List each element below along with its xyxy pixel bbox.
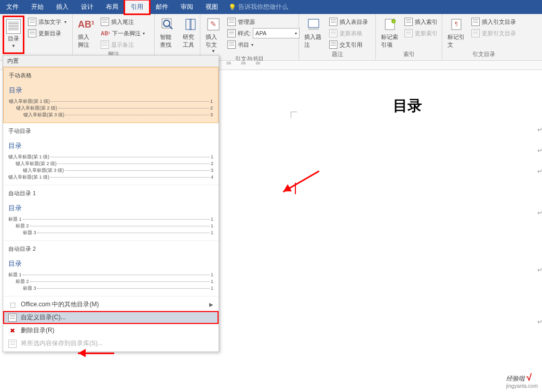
- show-notes-icon: [101, 40, 109, 49]
- tab-review[interactable]: 审阅: [174, 0, 199, 14]
- tell-me[interactable]: 💡 告诉我你想做什么: [224, 0, 288, 14]
- bibliography-button[interactable]: 书目▾: [225, 39, 302, 50]
- tab-design[interactable]: 设计: [75, 0, 100, 14]
- manage-icon: [227, 18, 236, 26]
- update-toa-button[interactable]: 更新引文目录: [469, 28, 518, 39]
- tab-references[interactable]: 引用: [125, 0, 150, 14]
- paragraph: [273, 126, 542, 147]
- style-icon: [227, 29, 236, 37]
- svg-text:✎: ✎: [210, 20, 216, 28]
- document-area[interactable]: 目录: [221, 70, 542, 392]
- update-index-button[interactable]: 更新索引: [402, 28, 440, 39]
- page-title: 目录: [273, 96, 542, 116]
- update-index-icon: [404, 29, 413, 37]
- update-icon: [28, 29, 36, 37]
- tof-icon: [329, 18, 337, 26]
- save-selection-toc[interactable]: 将所选内容保存到目录库(S)...: [3, 337, 219, 350]
- insert-index-button[interactable]: 插入索引: [402, 16, 440, 28]
- next-fn-icon: AB¹: [101, 31, 110, 36]
- paragraph: [273, 147, 542, 168]
- office-icon: ⬚: [8, 301, 17, 309]
- custom-toc[interactable]: 自定义目录(C)...: [3, 311, 219, 324]
- manage-sources-button[interactable]: 管理源: [225, 16, 302, 28]
- smart-lookup-icon: [160, 17, 175, 32]
- cross-ref-button[interactable]: 交叉引用: [327, 39, 370, 50]
- mark-index-icon: +: [382, 17, 398, 32]
- ribbon-tabs: 文件 开始 插入 设计 布局 引用 邮件 审阅 视图 💡 告诉我你想做什么: [0, 0, 542, 14]
- paragraph: [273, 318, 542, 370]
- show-notes-button[interactable]: 显示备注: [99, 39, 147, 50]
- annotation-arrow: [78, 353, 114, 354]
- add-text-button[interactable]: 添加文字▾: [26, 16, 69, 28]
- mark-citation-button[interactable]: ¶标记引文: [444, 15, 468, 50]
- toc-option-auto2[interactable]: 自动目录 2 目录 标题 11 标题 21 标题 31: [3, 241, 219, 296]
- crossref-icon: [329, 40, 337, 49]
- toc-option-manual-table[interactable]: 手动表格 目录 键入章标题(第 1 级)1 键入章标题(第 2 级)2 键入章标…: [3, 67, 219, 123]
- more-office-toc[interactable]: ⬚ Office.com 中的其他目录(M) ▶: [3, 298, 219, 311]
- toc-option-auto1[interactable]: 自动目录 1 目录 标题 11 标题 21 标题 31: [3, 185, 219, 241]
- tab-file[interactable]: 文件: [0, 0, 25, 14]
- endnote-icon: [101, 18, 109, 26]
- insert-footnote-button[interactable]: AB¹ 插入脚注: [75, 15, 98, 50]
- insert-caption-button[interactable]: 插入题注: [301, 15, 326, 50]
- tab-mailings[interactable]: 邮件: [150, 0, 174, 14]
- svg-rect-7: [308, 19, 319, 28]
- page: 目录: [252, 80, 542, 386]
- tab-layout[interactable]: 布局: [100, 0, 125, 14]
- insert-toa-button[interactable]: 插入引文目录: [469, 16, 518, 28]
- svg-line-2: [169, 25, 172, 29]
- mark-cite-icon: ¶: [449, 17, 464, 32]
- citation-icon: ✎: [206, 17, 221, 32]
- remove-icon: ✖: [8, 327, 17, 335]
- research-tools-button[interactable]: 研究工具: [180, 15, 201, 59]
- mark-index-button[interactable]: +标记索引项: [378, 15, 401, 50]
- insert-citation-button[interactable]: ✎插入引文▼: [202, 15, 224, 55]
- insert-endnote-button[interactable]: 插入尾注: [99, 16, 147, 28]
- update-tof-icon: [329, 29, 337, 37]
- chevron-right-icon: ▶: [209, 302, 213, 307]
- biblio-icon: [227, 40, 236, 49]
- remove-toc[interactable]: ✖ 删除目录(R): [3, 324, 219, 337]
- tab-view[interactable]: 视图: [199, 0, 224, 14]
- save-sel-icon: [8, 340, 17, 348]
- add-text-icon: [28, 18, 36, 26]
- footnote-icon: AB¹: [78, 17, 94, 32]
- toc-option-manual[interactable]: 手动目录 目录 键入章标题(第 1 级)1 键入章标题(第 2 级)2 键入章标…: [3, 123, 219, 185]
- style-select[interactable]: 样式:APA▾: [225, 28, 302, 39]
- update-toa-icon: [471, 29, 480, 37]
- paragraph: [273, 209, 542, 266]
- toc-button[interactable]: 目录 ▼: [4, 17, 23, 52]
- ribbon: 目录 ▼ 添加文字▾ 更新目录 AB¹ 插入脚注 插入尾注 AB¹下一条脚注▾ …: [0, 14, 542, 61]
- toc-dropdown: 内置 手动表格 目录 键入章标题(第 1 级)1 键入章标题(第 2 级)2 键…: [3, 55, 219, 352]
- dropdown-header: 内置: [3, 56, 219, 67]
- smart-lookup-button[interactable]: 智能查找: [157, 15, 179, 59]
- tab-insert[interactable]: 插入: [50, 0, 75, 14]
- insert-index-icon: [404, 18, 413, 26]
- custom-toc-icon: [8, 314, 17, 322]
- insert-toa-icon: [471, 18, 480, 26]
- paragraph: [273, 266, 542, 318]
- page-corner: [291, 112, 297, 118]
- bulb-icon: 💡: [228, 4, 236, 11]
- update-tof-button[interactable]: 更新表格: [327, 28, 370, 39]
- research-icon: [183, 17, 198, 32]
- next-footnote-button[interactable]: AB¹下一条脚注▾: [99, 28, 147, 39]
- svg-text:+: +: [392, 19, 395, 24]
- watermark: 经验啦 √ jingyanla.com: [506, 372, 538, 389]
- toc-icon: [6, 19, 21, 34]
- chevron-down-icon: ▼: [11, 44, 16, 48]
- insert-tof-button[interactable]: 插入表目录: [327, 16, 370, 28]
- update-toc-button[interactable]: 更新目录: [26, 28, 69, 39]
- tab-home[interactable]: 开始: [25, 0, 50, 14]
- svg-text:¶: ¶: [455, 21, 457, 27]
- caption-icon: [306, 17, 321, 32]
